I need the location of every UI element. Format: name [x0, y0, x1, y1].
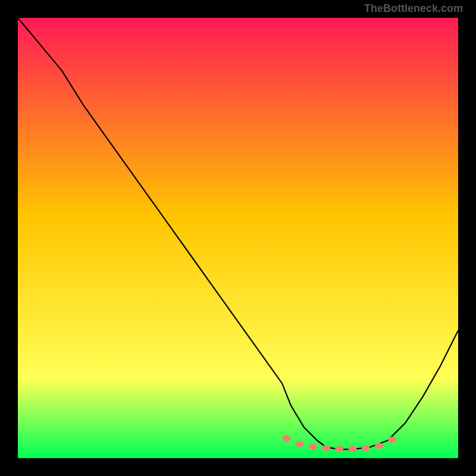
- marker-dot: [348, 446, 356, 452]
- marker-dot: [335, 446, 343, 452]
- bottleneck-chart: [18, 18, 458, 458]
- gradient-background: [18, 18, 458, 458]
- marker-dot: [388, 437, 396, 443]
- marker-dot: [362, 445, 370, 451]
- watermark-text: TheBottleneck.com: [364, 2, 463, 15]
- chart-svg: [18, 18, 458, 458]
- marker-dot: [375, 443, 383, 449]
- marker-dot: [309, 444, 317, 450]
- marker-dot: [296, 441, 304, 447]
- marker-dot: [322, 445, 330, 451]
- marker-dot: [282, 436, 290, 441]
